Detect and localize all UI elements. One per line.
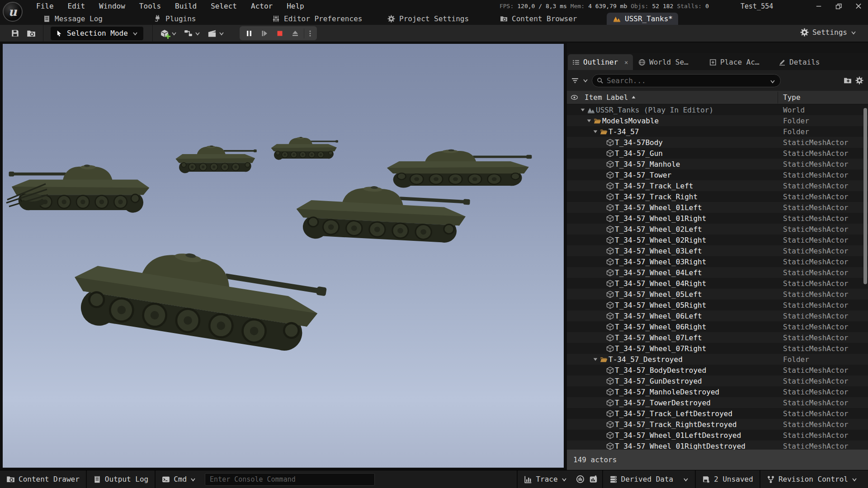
row-type-icon <box>605 410 615 418</box>
content-drawer-button[interactable]: Content Drawer <box>0 470 86 488</box>
table-row[interactable]: T_34-57Body StaticMeshActor <box>567 137 868 148</box>
insights-session-button[interactable] <box>573 470 587 488</box>
selection-mode-dropdown[interactable]: Selection Mode <box>51 27 143 40</box>
chevron-down-icon[interactable] <box>770 79 775 84</box>
table-row[interactable]: ModelsMovable Folder <box>567 115 868 126</box>
menu-item-select[interactable]: Select <box>211 2 237 10</box>
table-row[interactable]: T_34-57_Wheel_02Left StaticMeshActor <box>567 224 868 235</box>
table-row[interactable]: T_34-57_Track_Left StaticMeshActor <box>567 180 868 191</box>
tab-message-log[interactable]: Message Log <box>43 12 103 25</box>
revision-control-dropdown[interactable]: Revision Control <box>760 470 863 488</box>
close-button[interactable] <box>855 3 862 9</box>
play-options-button[interactable] <box>305 26 315 40</box>
filter-icon[interactable] <box>571 77 579 84</box>
tab-content-browser[interactable]: Content Browser <box>500 12 577 25</box>
console-command-input[interactable] <box>205 473 375 486</box>
level-viewport[interactable] <box>3 44 564 468</box>
add-actor-button[interactable] <box>156 27 180 40</box>
table-row[interactable]: T_34-57_Track_Right StaticMeshActor <box>567 191 868 202</box>
table-row[interactable]: T_34-57_Wheel_05Left StaticMeshActor <box>567 289 868 300</box>
frame-skip-button[interactable] <box>257 26 272 40</box>
tab-project-settings[interactable]: Project Settings <box>387 12 469 25</box>
browse-content-button[interactable] <box>23 27 39 40</box>
cmd-dropdown[interactable]: Cmd <box>156 470 202 488</box>
table-row[interactable]: T-34_57 Folder <box>567 126 868 137</box>
panel-tab-details[interactable]: Details <box>778 54 820 70</box>
cinematics-button[interactable] <box>204 27 228 40</box>
item-type: StaticMeshActor <box>783 420 849 429</box>
table-row[interactable]: T_34-57_BodyDestroyed StaticMeshActor <box>567 365 868 375</box>
menu-item-tools[interactable]: Tools <box>139 2 161 10</box>
item-type: StaticMeshActor <box>783 247 849 255</box>
viewport-settings-button[interactable]: Settings <box>800 28 856 37</box>
pause-button[interactable] <box>241 26 257 40</box>
table-row[interactable]: T_34-57_Wheel_01LeftDestroyed StaticMesh… <box>567 430 868 441</box>
table-row[interactable]: T-34_57_Destroyed Folder <box>567 354 868 365</box>
unsaved-button[interactable]: 2 Unsaved <box>696 470 760 488</box>
table-row[interactable]: T_34-57_Track_LeftDestroyed StaticMeshAc… <box>567 408 868 419</box>
tab-editor-preferences[interactable]: Editor Preferences <box>272 12 362 25</box>
menu-item-file[interactable]: File <box>36 2 54 10</box>
new-folder-icon[interactable] <box>844 76 852 84</box>
table-row[interactable]: T_34-57_Wheel_03Right StaticMeshActor <box>567 256 868 267</box>
table-row[interactable]: T_34-57_Wheel_06Right StaticMeshActor <box>567 321 868 332</box>
caret-down-icon[interactable] <box>592 357 599 362</box>
save-button[interactable] <box>7 27 23 40</box>
column-divider[interactable] <box>778 92 778 103</box>
table-row[interactable]: T_34-57_Tower StaticMeshActor <box>567 169 868 180</box>
item-type: StaticMeshActor <box>783 431 849 440</box>
item-label: T_34-57_Wheel_01Right <box>615 214 706 223</box>
table-row[interactable]: T_34-57_Wheel_05Right StaticMeshActor <box>567 300 868 310</box>
chevron-down-icon[interactable] <box>583 78 588 83</box>
outliner-scrollbar[interactable] <box>863 108 867 284</box>
tab-plugins[interactable]: Plugins <box>154 12 196 25</box>
table-row[interactable]: T_34-57_Manhole StaticMeshActor <box>567 159 868 169</box>
type-column-header[interactable]: Type <box>783 93 801 102</box>
menu-item-build[interactable]: Build <box>175 2 197 10</box>
item-label-column-header[interactable]: Item Label <box>585 93 636 102</box>
table-row[interactable]: T_34-57_Wheel_04Left StaticMeshActor <box>567 267 868 278</box>
unreal-logo-icon[interactable]: u <box>3 2 23 22</box>
output-log-button[interactable]: Output Log <box>87 470 155 488</box>
menu-item-actor[interactable]: Actor <box>251 2 273 10</box>
table-row[interactable]: T_34-57_Track_RightDestroyed StaticMeshA… <box>567 419 868 430</box>
table-row[interactable]: T_34-57_Wheel_06Left StaticMeshActor <box>567 310 868 321</box>
row-type-icon <box>605 171 615 179</box>
derived-data-dropdown[interactable]: Derived Data <box>603 470 695 488</box>
table-row[interactable]: T_34-57_Wheel_01RightDestroyed StaticMes… <box>567 441 868 450</box>
table-row[interactable]: T_34-57_Wheel_07Left StaticMeshActor <box>567 332 868 343</box>
menu-item-help[interactable]: Help <box>287 2 304 10</box>
table-row[interactable]: T_34-57_Wheel_03Left StaticMeshActor <box>567 245 868 256</box>
table-row[interactable]: USSR_Tanks (Play In Editor) World <box>567 104 868 115</box>
visibility-eye-icon[interactable] <box>571 94 578 101</box>
close-tab-icon[interactable]: × <box>624 59 628 66</box>
item-label: T_34-57_Track_Right <box>615 192 698 201</box>
table-row[interactable]: T_34-57_ManholeDestroyed StaticMeshActor <box>567 386 868 397</box>
caret-down-icon[interactable] <box>586 118 592 123</box>
menu-item-edit[interactable]: Edit <box>68 2 85 10</box>
outliner-settings-gear-icon[interactable] <box>855 76 863 84</box>
menu-item-window[interactable]: Window <box>99 2 125 10</box>
trace-dropdown[interactable]: Trace <box>518 470 573 488</box>
panel-tab-world-se-[interactable]: World Se… <box>638 54 689 70</box>
table-row[interactable]: T_34-57_Wheel_01Left StaticMeshActor <box>567 202 868 213</box>
tab-ussr-tanks[interactable]: USSR_Tanks* <box>607 13 678 25</box>
table-row[interactable]: T_34-57_Wheel_07Right StaticMeshActor <box>567 343 868 354</box>
restore-button[interactable] <box>835 3 842 9</box>
screenshot-trace-button[interactable] <box>587 470 602 488</box>
panel-tab-outliner[interactable]: Outliner× <box>568 54 633 70</box>
stop-button[interactable] <box>272 26 288 40</box>
table-row[interactable]: T_34-57_TowerDestroyed StaticMeshActor <box>567 397 868 408</box>
caret-down-icon[interactable] <box>580 107 586 113</box>
table-row[interactable]: T_34-57_GunDestroyed StaticMeshActor <box>567 375 868 386</box>
table-row[interactable]: T_34-57_Wheel_01Right StaticMeshActor <box>567 213 868 224</box>
eject-button[interactable] <box>288 26 303 40</box>
blueprints-button[interactable] <box>180 27 204 40</box>
table-row[interactable]: T_34-57_Wheel_04Right StaticMeshActor <box>567 278 868 289</box>
table-row[interactable]: T_34-57_Wheel_02Right StaticMeshActor <box>567 235 868 245</box>
table-row[interactable]: T_34-57_Gun StaticMeshActor <box>567 148 868 159</box>
panel-tab-place-ac-[interactable]: Place Ac… <box>709 54 760 70</box>
minimize-button[interactable] <box>816 3 822 9</box>
search-input[interactable] <box>592 74 781 87</box>
caret-down-icon[interactable] <box>592 129 599 134</box>
